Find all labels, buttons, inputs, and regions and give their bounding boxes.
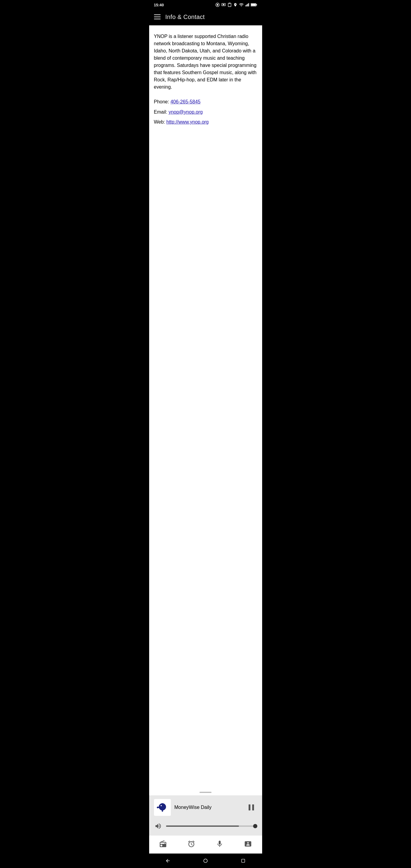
svg-rect-3 xyxy=(223,4,224,5)
web-label: Web: xyxy=(154,119,167,124)
recents-button[interactable] xyxy=(240,857,247,864)
wifi-icon xyxy=(239,2,244,7)
album-art-image xyxy=(154,799,171,816)
phone-line: Phone: 406-265-5845 xyxy=(154,98,257,106)
hamburger-line-3 xyxy=(154,19,161,19)
alarm-icon xyxy=(187,840,195,848)
nav-item-alarm[interactable] xyxy=(182,838,200,849)
album-art xyxy=(154,799,171,816)
page-title: Info & Contact xyxy=(165,13,205,21)
home-button[interactable] xyxy=(202,857,209,864)
app-bar: Info & Contact xyxy=(149,8,262,25)
web-link[interactable]: http://www.ynop.org xyxy=(166,119,209,124)
hamburger-line-2 xyxy=(154,17,161,17)
signal-icon xyxy=(245,2,250,7)
svg-rect-16 xyxy=(252,804,254,810)
station-logo xyxy=(155,800,170,815)
email-line: Email: ynop@ynop.org xyxy=(154,108,257,116)
phone-label: Phone: xyxy=(154,99,170,104)
back-button[interactable] xyxy=(164,857,171,864)
radio-icon xyxy=(159,840,167,848)
svg-point-14 xyxy=(161,805,162,806)
status-bar: 15:40 xyxy=(149,0,262,8)
screen-icon xyxy=(221,2,226,7)
svg-rect-6 xyxy=(245,5,246,6)
speaker-icon xyxy=(155,823,162,830)
volume-bar xyxy=(149,819,262,835)
web-line: Web: http://www.ynop.org xyxy=(154,118,257,126)
drag-handle-area xyxy=(149,787,262,795)
notification-icon xyxy=(215,2,220,7)
bottom-navigation xyxy=(149,835,262,854)
svg-rect-11 xyxy=(251,4,256,6)
back-icon xyxy=(165,858,170,864)
pause-button[interactable] xyxy=(245,801,257,813)
email-link[interactable]: ynop@ynop.org xyxy=(168,110,202,115)
svg-rect-9 xyxy=(248,3,249,6)
nav-item-contact[interactable] xyxy=(239,838,257,849)
home-icon xyxy=(203,858,208,864)
contact-card-icon xyxy=(244,840,252,848)
svg-rect-18 xyxy=(242,859,245,863)
svg-rect-5 xyxy=(229,3,230,4)
status-icons xyxy=(215,2,257,7)
song-title: MoneyWise Daily xyxy=(175,805,242,810)
battery-icon xyxy=(251,3,257,7)
svg-rect-7 xyxy=(246,4,247,6)
main-content: YNOP is a listener supported Christian r… xyxy=(149,26,262,787)
nav-item-mic[interactable] xyxy=(211,838,229,849)
hamburger-menu-button[interactable] xyxy=(154,14,161,19)
clipboard-icon xyxy=(227,2,232,7)
now-playing-bar: MoneyWise Daily xyxy=(149,795,262,819)
svg-point-17 xyxy=(204,859,207,863)
svg-rect-8 xyxy=(247,4,248,7)
phone-link[interactable]: 406-265-5845 xyxy=(170,99,201,104)
volume-track[interactable] xyxy=(166,826,257,827)
svg-point-0 xyxy=(217,4,218,5)
svg-rect-12 xyxy=(256,4,257,6)
mic-icon xyxy=(216,840,224,848)
svg-rect-15 xyxy=(249,804,250,810)
android-nav-bar xyxy=(149,854,262,868)
email-label: Email: xyxy=(154,110,169,115)
pause-icon xyxy=(247,803,256,812)
drag-handle xyxy=(199,792,212,793)
volume-thumb xyxy=(253,824,257,828)
nav-item-radio[interactable] xyxy=(154,838,172,849)
hamburger-line-1 xyxy=(154,14,161,15)
svg-rect-4 xyxy=(228,3,231,7)
recents-icon xyxy=(241,858,246,863)
volume-icon xyxy=(154,822,162,830)
status-time: 15:40 xyxy=(154,3,164,7)
volume-fill xyxy=(166,826,239,827)
description-text: YNOP is a listener supported Christian r… xyxy=(154,33,257,91)
location-icon xyxy=(233,2,238,7)
